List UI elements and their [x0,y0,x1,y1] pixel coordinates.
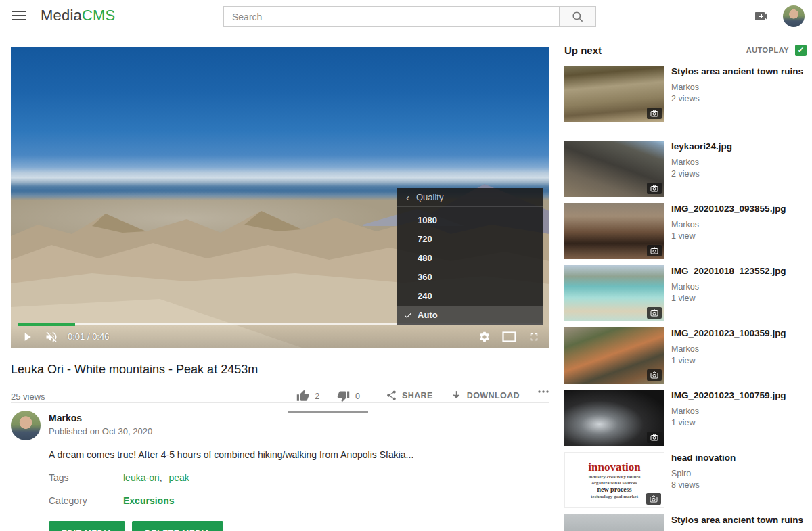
list-item[interactable]: innovation industry creativity failure o… [564,452,807,508]
video-thumbnail[interactable] [564,203,664,259]
quality-menu: ‹ Quality 1080 720 480 360 240 Auto [397,188,543,325]
item-title[interactable]: Stylos area ancient town ruins [671,515,803,526]
wordcloud-text: innovation [588,461,640,474]
main-content: ‹ Quality 1080 720 480 360 240 Auto [11,47,549,531]
fullscreen-icon[interactable] [528,331,540,343]
video-thumbnail[interactable] [564,265,664,321]
sidebar-divider [564,131,807,131]
volume-muted-icon[interactable] [45,330,58,344]
share-button[interactable]: SHARE [386,388,433,401]
quality-option-auto[interactable]: Auto [397,306,543,325]
app-header: MediaCMS [0,0,812,32]
item-title[interactable]: IMG_20201018_123552.jpg [671,266,786,277]
video-thumbnail[interactable] [564,327,664,384]
autoplay-label: AUTOPLAY [746,46,789,54]
search-icon [571,10,584,23]
item-author: Markos [671,83,803,92]
camera-icon [646,493,661,505]
author-name[interactable]: Markos [49,413,152,423]
tags-label: Tags [49,472,123,483]
video-thumbnail[interactable] [564,514,664,531]
item-author: Spiro [671,469,736,478]
quality-menu-back[interactable]: ‹ Quality [397,188,543,207]
item-title[interactable]: IMG_20201023_093855.jpg [671,204,786,215]
thumb-up-icon [296,390,309,402]
item-views: 2 views [671,169,732,179]
item-author: Markos [671,220,786,229]
player-controls: 0:01 / 0:46 [11,325,549,348]
theater-mode-icon[interactable] [502,331,516,342]
item-author: Markos [671,407,786,416]
video-thumbnail[interactable] [564,141,664,197]
item-views: 1 view [671,418,786,428]
item-author: Markos [671,344,786,354]
search-button[interactable] [559,6,596,27]
item-title[interactable]: Stylos area ancient town ruins [671,66,803,78]
more-options-button[interactable] [537,388,549,394]
dislike-count: 0 [355,392,360,401]
tag-link-peak[interactable]: peak [168,472,189,483]
media-description: A dream comes true! After 4-5 hours of c… [49,449,549,460]
quality-option-480[interactable]: 480 [397,249,543,268]
quality-option-240[interactable]: 240 [397,287,543,306]
category-label: Category [49,495,123,506]
thumb-down-icon [337,390,350,402]
wordcloud-text: industry creativity failure [589,474,641,480]
tag-link-leuka-ori[interactable]: leuka-ori [123,472,160,483]
camera-icon [647,369,662,381]
list-item[interactable]: leykaori24.jpg Markos 2 views [564,141,807,197]
author-avatar[interactable] [11,411,41,440]
camera-icon [647,108,662,119]
settings-gear-icon[interactable] [478,331,491,343]
download-icon [451,390,462,401]
category-link[interactable]: Excursions [123,495,174,506]
user-avatar[interactable] [783,5,805,27]
media-manage-buttons: EDIT MEDIA DELETE MEDIA [49,521,549,531]
item-title[interactable]: IMG_20201023_100359.jpg [671,328,786,340]
video-thumbnail[interactable]: innovation industry creativity failure o… [564,452,664,508]
video-thumbnail[interactable] [564,66,664,122]
autoplay-checkbox[interactable]: ✓ [795,45,807,56]
edit-media-button[interactable]: EDIT MEDIA [49,521,125,531]
wordcloud-text: technology goal market [591,494,638,499]
item-title[interactable]: head inovation [671,453,736,464]
check-icon [403,310,413,320]
dislike-button[interactable]: 0 [337,390,360,402]
quality-option-1080[interactable]: 1080 [397,211,543,230]
share-label: SHARE [402,391,433,400]
item-title[interactable]: IMG_20201023_100759.jpg [671,390,786,402]
page-title: Leuka Ori - White mountains - Peak at 24… [11,363,549,377]
video-thumbnail[interactable] [564,390,664,446]
wordcloud-text: new process [597,486,631,494]
more-dots-icon [537,390,549,394]
upload-media-icon[interactable] [753,8,769,24]
quality-option-720[interactable]: 720 [397,230,543,249]
camera-icon [647,432,662,443]
download-button[interactable]: DOWNLOAD [451,388,520,401]
up-next-sidebar: Up next AUTOPLAY ✓ Stylos area ancient t… [564,42,807,531]
vote-group: 2 0 [288,388,368,413]
list-item[interactable]: Stylos area ancient town ruins Markos 2 … [564,66,807,122]
quality-option-360[interactable]: 360 [397,268,543,287]
list-item[interactable]: IMG_20201023_100359.jpg Markos 1 view [564,327,807,384]
camera-icon [647,307,662,319]
item-views: 1 view [671,231,786,241]
delete-media-button[interactable]: DELETE MEDIA [132,521,223,531]
menu-icon[interactable] [12,11,26,22]
media-actions: 2 0 SHARE DOWNLOAD [288,388,549,402]
list-item[interactable]: IMG_20201023_093855.jpg Markos 1 view [564,203,807,259]
quality-auto-label: Auto [418,306,438,325]
list-item[interactable]: Stylos area ancient town ruins [564,514,807,531]
tag-separator: , [160,472,162,483]
quality-menu-title: Quality [416,192,443,202]
like-button[interactable]: 2 [296,390,319,402]
video-player[interactable]: ‹ Quality 1080 720 480 360 240 Auto [11,47,549,348]
publish-date: Published on Oct 30, 2020 [49,426,152,436]
app-logo[interactable]: MediaCMS [41,7,115,24]
search-input[interactable] [223,6,560,27]
list-item[interactable]: IMG_20201023_100759.jpg Markos 1 view [564,390,807,446]
category-row: Category Excursions [49,495,549,506]
item-title[interactable]: leykaori24.jpg [671,141,732,153]
list-item[interactable]: IMG_20201018_123552.jpg Markos 1 view [564,265,807,321]
play-button[interactable] [20,330,34,344]
